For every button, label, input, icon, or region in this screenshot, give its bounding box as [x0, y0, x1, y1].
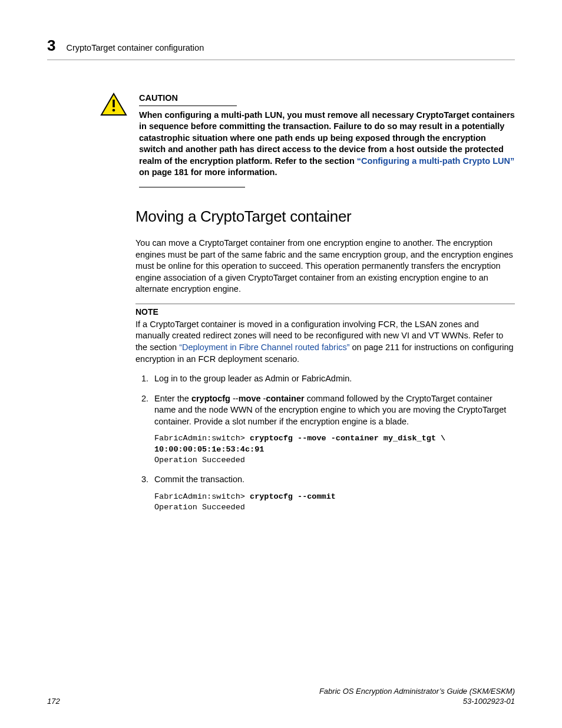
note-link[interactable]: “Deployment in Fibre Channel routed fabr… [179, 342, 349, 352]
footer-book-title: Fabric OS Encryption Administrator’s Gui… [319, 686, 515, 697]
step-2: Enter the cryptocfg --move -container co… [151, 393, 515, 466]
cmd-dashes: -- [233, 394, 239, 403]
note-body: If a CryptoTarget container is moved in … [135, 319, 515, 365]
step-3-text: Commit the transaction. [154, 475, 244, 484]
step-1: Log in to the group leader as Admin or F… [151, 373, 515, 385]
code1-bold1: cryptocfg --move -container my_disk_tgt … [250, 434, 445, 443]
caution-block: CAUTION When configuring a multi-path LU… [135, 93, 515, 187]
footer-doc-number: 53-1002923-01 [319, 696, 515, 707]
page-header: 3 CryptoTarget container configuration [47, 35, 515, 56]
header-title: CryptoTarget container configuration [66, 42, 204, 54]
code-block-2: FabricAdmin:switch> cryptocfg --commit O… [154, 492, 515, 513]
note-rule-top [135, 304, 515, 304]
header-rule [47, 60, 515, 60]
code1-bold2: 10:00:00:05:1e:53:4c:91 [154, 445, 264, 454]
code2-result: Operation Succeeded [154, 503, 245, 512]
code2-bold: cryptocfg --commit [250, 492, 336, 501]
code-block-1: FabricAdmin:switch> cryptocfg --move -co… [154, 433, 515, 466]
page-footer: 172 Fabric OS Encryption Administrator’s… [47, 686, 515, 707]
intro-paragraph: You can move a CryptoTarget container fr… [135, 238, 515, 295]
step-1-text: Log in to the group leader as Admin or F… [154, 374, 352, 383]
caution-label: CAUTION [139, 93, 237, 106]
step-2-text-a: Enter the [154, 394, 191, 403]
page-number: 172 [47, 696, 60, 707]
caution-icon [100, 93, 127, 120]
section-heading: Moving a CryptoTarget container [135, 206, 515, 227]
caution-link[interactable]: “Configuring a multi-path Crypto LUN” [357, 156, 514, 166]
code1-result: Operation Succeeded [154, 456, 245, 465]
caution-body: When configuring a multi-path LUN, you m… [139, 110, 515, 179]
code1-prompt: FabricAdmin:switch> [154, 434, 250, 443]
cmd-cryptocfg: cryptocfg [191, 394, 233, 403]
svg-rect-1 [113, 100, 115, 107]
cmd-move: move [239, 394, 263, 403]
cmd-container: container [266, 394, 304, 403]
code2-prompt: FabricAdmin:switch> [154, 492, 250, 501]
step-3: Commit the transaction. FabricAdmin:swit… [151, 474, 515, 513]
chapter-number: 3 [47, 35, 55, 56]
note-label: NOTE [135, 307, 515, 318]
caution-end-rule [139, 187, 245, 187]
steps-list: Log in to the group leader as Admin or F… [135, 373, 515, 513]
svg-point-2 [113, 109, 115, 112]
caution-text-tail: on page 181 for more information. [139, 167, 277, 177]
